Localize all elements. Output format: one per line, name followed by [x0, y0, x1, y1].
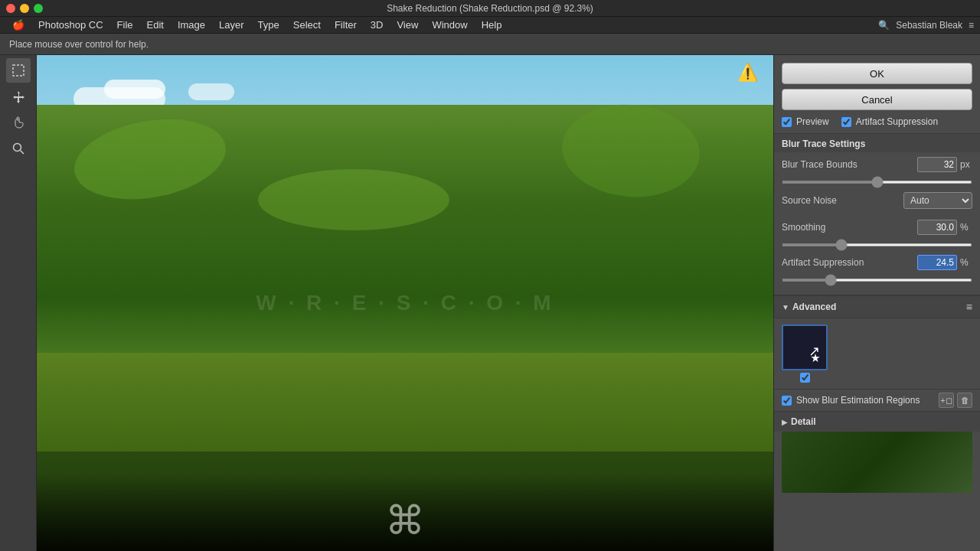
smoothing-unit: %	[960, 222, 972, 233]
cloud-2	[104, 80, 165, 99]
advanced-header[interactable]: ▼ Advanced ≡	[774, 295, 980, 318]
show-blur-label: Show Blur Estimation Regions	[796, 395, 920, 406]
status-message: Place mouse over control for help.	[9, 39, 149, 50]
minimize-button[interactable]	[20, 4, 29, 13]
cursor-icon: ↗	[808, 343, 820, 360]
main-layout: ⚠️ W · R · E · S · C · O · M ⌘ OK Cancel…	[0, 55, 980, 551]
smoothing-label: Smoothing	[782, 222, 914, 233]
menu-view[interactable]: View	[390, 18, 424, 32]
preview-thumb-area: ↗	[774, 318, 980, 389]
source-noise-select[interactable]: Auto Low Medium High	[903, 192, 972, 209]
show-blur-row: Show Blur Estimation Regions +◻ 🗑	[774, 389, 980, 411]
menu-apple[interactable]: 🍎	[6, 18, 31, 32]
thumb-col: ↗	[782, 324, 828, 383]
preview-thumb-container: ↗	[782, 324, 972, 383]
artifact-suppression-checkbox-row: Artifact Suppression	[841, 115, 938, 129]
menu-layer[interactable]: Layer	[213, 18, 250, 32]
left-toolbar	[0, 55, 37, 551]
artifact-suppression-field-row: Artifact Suppression %	[782, 255, 972, 270]
artifact-suppression-checkbox[interactable]	[841, 117, 851, 127]
close-button[interactable]	[6, 4, 15, 13]
remove-region-button[interactable]: 🗑	[957, 393, 972, 408]
triangle-icon: ▼	[782, 303, 789, 311]
menu-file[interactable]: File	[111, 18, 139, 32]
detail-header[interactable]: ▶ Detail	[774, 411, 980, 432]
artifact-suppression-slider-row	[782, 273, 972, 284]
tool-hand[interactable]	[6, 110, 31, 135]
source-noise-row: Source Noise Auto Low Medium High	[782, 192, 972, 209]
user-name: Sebastian Bleak	[896, 20, 962, 31]
spacer	[782, 212, 972, 220]
preview-row: Preview Artifact Suppression	[782, 115, 972, 129]
blur-trace-bounds-input[interactable]: 32	[917, 157, 957, 172]
ok-button[interactable]: OK	[782, 63, 972, 84]
smoothing-input[interactable]	[917, 220, 957, 235]
smoothing-slider[interactable]	[782, 243, 972, 246]
search-icon[interactable]: 🔍	[878, 20, 890, 31]
source-noise-label: Source Noise	[782, 195, 900, 206]
maximize-button[interactable]	[34, 4, 43, 13]
list-icon[interactable]: ≡	[969, 20, 974, 31]
tree-highlight-3	[258, 169, 449, 230]
tree-highlight-2	[558, 99, 704, 202]
detail-preview	[782, 432, 972, 493]
thumb-check-area	[800, 373, 810, 383]
menu-select[interactable]: Select	[287, 18, 327, 32]
blur-trace-bounds-label: Blur Trace Bounds	[782, 159, 914, 170]
artifact-suppression-unit: %	[960, 257, 972, 268]
menu-photoshop[interactable]: Photoshop CC	[32, 18, 109, 32]
menu-help[interactable]: Help	[475, 18, 508, 32]
window-title: Shake Reduction (Shake Reduction.psd @ 9…	[387, 3, 593, 14]
artifact-suppression-slider[interactable]	[782, 279, 972, 282]
menu-3d[interactable]: 3D	[364, 18, 390, 32]
show-blur-checkbox[interactable]	[782, 396, 792, 406]
advanced-list-icon: ≡	[966, 301, 972, 313]
blur-trace-settings-section: Blur Trace Bounds 32 px Source Noise Aut…	[774, 152, 980, 295]
advanced-left: ▼ Advanced	[782, 302, 836, 312]
menu-bar-right: 🔍 Sebastian Bleak ≡	[878, 20, 974, 31]
menu-filter[interactable]: Filter	[328, 18, 363, 32]
right-panel: OK Cancel Preview Artifact Suppression B…	[773, 55, 980, 551]
artifact-suppression-input[interactable]	[917, 255, 957, 270]
canvas-area: ⚠️ W · R · E · S · C · O · M ⌘	[37, 55, 773, 551]
cmd-symbol: ⌘	[385, 497, 425, 543]
advanced-label: Advanced	[792, 302, 836, 312]
blur-trace-bounds-row: Blur Trace Bounds 32 px	[782, 157, 972, 172]
add-region-button[interactable]: +◻	[939, 393, 954, 408]
blur-trace-bounds-slider-row	[782, 175, 972, 186]
svg-line-2	[20, 151, 24, 155]
detail-label: Detail	[791, 416, 816, 427]
menu-window[interactable]: Window	[426, 18, 473, 32]
blur-trace-bounds-slider[interactable]	[782, 181, 972, 184]
svg-rect-0	[13, 65, 24, 76]
title-bar: Shake Reduction (Shake Reduction.psd @ 9…	[0, 0, 980, 17]
cloud-3	[188, 83, 234, 100]
artifact-suppression-field-label: Artifact Suppression	[782, 257, 914, 268]
tool-marquee[interactable]	[6, 58, 31, 83]
smoothing-slider-row	[782, 238, 972, 249]
show-blur-icons: +◻ 🗑	[939, 393, 972, 408]
tool-zoom[interactable]	[6, 136, 31, 161]
menu-type[interactable]: Type	[252, 18, 286, 32]
cancel-button[interactable]: Cancel	[782, 89, 972, 110]
preview-checkbox[interactable]	[782, 117, 792, 127]
blur-trace-settings-title: Blur Trace Settings	[774, 133, 980, 152]
menu-bar: 🍎 Photoshop CC File Edit Image Layer Typ…	[0, 17, 980, 34]
title-bar-controls	[6, 4, 43, 13]
status-bar: Place mouse over control for help.	[0, 34, 980, 55]
panel-top: OK Cancel Preview Artifact Suppression	[774, 55, 980, 133]
thumb-checkbox[interactable]	[800, 373, 810, 383]
tool-move[interactable]	[6, 84, 31, 109]
smoothing-row: Smoothing %	[782, 220, 972, 235]
watermark: W · R · E · S · C · O · M	[256, 291, 554, 315]
menu-edit[interactable]: Edit	[141, 18, 170, 32]
artifact-suppression-label: Artifact Suppression	[856, 116, 938, 127]
warning-icon: ⚠️	[737, 63, 758, 83]
preview-label: Preview	[796, 116, 829, 127]
detail-icon: ▶	[782, 418, 788, 426]
blur-trace-bounds-unit: px	[960, 159, 972, 170]
detail-content	[782, 432, 972, 493]
svg-point-1	[13, 144, 21, 152]
blur-region-thumb[interactable]: ↗	[782, 324, 828, 370]
menu-image[interactable]: Image	[172, 18, 211, 32]
